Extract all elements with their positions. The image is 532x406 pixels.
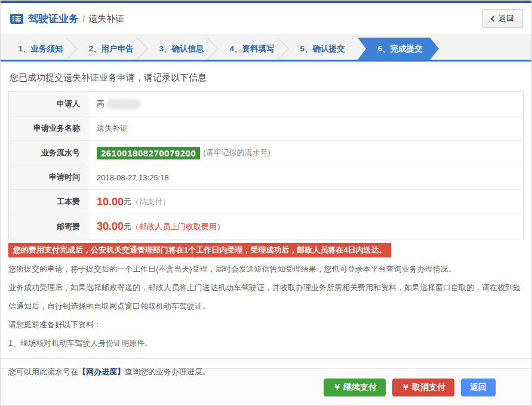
row-value: 261001808270079200 (请牢记你的流水号)	[88, 141, 523, 165]
notice-paragraph: 业务成功受理后，如果选择邮政寄递的，邮政人员将上门送达机动车驾驶证，并收取办理业…	[8, 278, 524, 315]
step-tab-1-notice: 1、业务须知	[5, 38, 76, 60]
cancel-pay-button[interactable]: ￥ 取消支付	[392, 379, 454, 396]
progress-prefix: 您可以用此流水号在	[8, 367, 78, 376]
row-value: 遗失补证	[88, 116, 523, 140]
step-tab-5-submit: 5、确认提交	[287, 38, 358, 60]
step-tab-3-confirm: 3、确认信息	[146, 38, 217, 60]
table-row-fee: 工本费 10.00 元 （待支付）	[9, 190, 523, 214]
step-tab-6-complete: 6、完成提交	[358, 38, 439, 60]
step-tab-bar: 1、业务须知 2、用户申告 3、确认信息 4、资料填写 5、确认提交 6、完成提…	[1, 34, 531, 61]
table-row-postage: 邮寄费 30.00 元 （邮政人员上门收取费用）	[9, 214, 523, 239]
table-row-serial: 业务流水号 261001808270079200 (请牢记你的流水号)	[9, 141, 523, 165]
breadcrumb-current: 遗失补证	[88, 13, 124, 24]
header-back-button[interactable]: 返回	[482, 9, 523, 28]
header-back-label: 返回	[499, 13, 514, 24]
continue-pay-button[interactable]: ￥ 继续支付	[324, 379, 386, 396]
breadcrumb-separator: /	[82, 14, 85, 24]
step-tab-4-fill: 4、资料填写	[217, 38, 287, 60]
row-label: 申请人	[9, 92, 88, 116]
row-label: 申请时间	[9, 165, 88, 189]
table-row-time: 申请时间 2018-08-27 13:25:18	[9, 165, 523, 190]
page: 驾驶证业务 / 遗失补证 返回 1、业务须知 2、用户申告 3、确认信息 4、资…	[0, 0, 532, 406]
success-heading: 您已成功提交遗失补证业务申请，请记录以下信息	[10, 72, 524, 84]
notice-paragraphs: 您所提交的申请，将于提交后的一个工作日(不含当天)受理，届时会发送短信告知受理结…	[8, 260, 524, 352]
progress-suffix: 查询您的业务办理进度。	[125, 367, 210, 376]
main-content: 您已成功提交遗失补证业务申请，请记录以下信息 申请人 高 申请业务名称 遗失补证…	[1, 61, 531, 359]
row-value: 10.00 元 （待支付）	[88, 190, 523, 214]
payment-alert-banner: 您的费用支付完成后，公安机关交通管理部门将在1个工作日内受理，受理成功后，邮政人…	[8, 243, 391, 257]
apply-time: 2018-08-27 13:25:18	[97, 173, 169, 182]
serial-number-badge: 261001808270079200	[97, 147, 200, 159]
row-value: 2018-08-27 13:25:18	[88, 165, 523, 189]
notice-paragraph: 1、现场核对机动车驾驶人身份证明原件。	[8, 334, 524, 352]
table-row-service: 申请业务名称 遗失补证	[9, 116, 523, 141]
notice-paragraph: 您所提交的申请，将于提交后的一个工作日(不含当天)受理，届时会发送短信告知受理结…	[8, 260, 524, 278]
service-name: 遗失补证	[97, 123, 128, 134]
breadcrumb-section[interactable]: 驾驶证业务	[28, 12, 79, 26]
progress-link[interactable]: 【网办进度】	[78, 367, 125, 376]
postage-unit: 元	[124, 222, 131, 232]
chevron-left-icon	[491, 16, 497, 21]
row-label: 申请业务名称	[9, 116, 88, 140]
page-header: 驾驶证业务 / 遗失补证 返回	[1, 3, 531, 34]
row-label: 邮寄费	[9, 214, 88, 239]
fee-unit: 元	[124, 196, 131, 207]
list-document-icon	[10, 14, 23, 24]
row-value: 30.00 元 （邮政人员上门收取费用）	[88, 214, 523, 239]
row-value: 高	[88, 92, 523, 116]
table-row-applicant: 申请人 高	[9, 92, 523, 116]
postage-note: （邮政人员上门收取费用）	[131, 222, 225, 232]
postage-amount: 30.00	[97, 220, 124, 233]
row-label: 业务流水号	[9, 141, 88, 165]
fee-status-note: （待支付）	[131, 196, 170, 207]
row-label: 工本费	[9, 190, 88, 214]
notice-paragraph: 请您提前准备好以下资料：	[8, 315, 524, 334]
footer-back-button[interactable]: 返回	[461, 379, 496, 396]
result-info-table: 申请人 高 申请业务名称 遗失补证 业务流水号 2610018082700792…	[8, 91, 524, 239]
fee-amount: 10.00	[97, 196, 124, 208]
applicant-name: 高	[97, 99, 104, 109]
serial-note: (请牢记你的流水号)	[203, 147, 270, 158]
redacted-name-blur	[106, 99, 141, 109]
step-tab-2-declare: 2、用户申告	[76, 38, 146, 60]
